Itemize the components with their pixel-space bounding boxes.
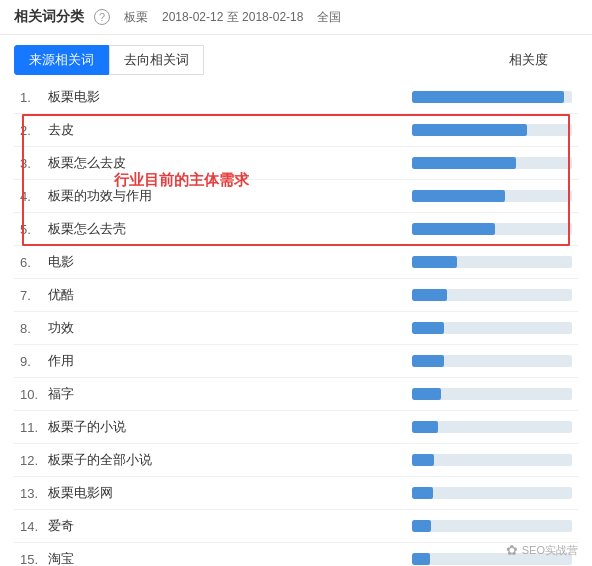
row-number: 8. [20,321,48,336]
row-keyword: 板栗怎么去壳 [48,220,412,238]
tab-target[interactable]: 去向相关词 [109,45,204,75]
row-keyword: 板栗电影网 [48,484,412,502]
bar-fill [412,355,444,367]
row-number: 7. [20,288,48,303]
bar-fill [412,487,433,499]
row-number: 3. [20,156,48,171]
watermark: ✿ SEO实战营 [506,542,578,558]
row-number: 4. [20,189,48,204]
bar-container [412,190,572,202]
row-keyword: 爱奇 [48,517,412,535]
table-row: 4.板栗的功效与作用 [14,180,578,213]
row-number: 12. [20,453,48,468]
watermark-text: SEO实战营 [522,543,578,558]
table-container: 1.板栗电影2.去皮3.板栗怎么去皮4.板栗的功效与作用5.板栗怎么去壳6.电影… [0,81,592,566]
bar-fill [412,289,447,301]
row-keyword: 福字 [48,385,412,403]
row-keyword: 板栗怎么去皮 [48,154,412,172]
row-keyword: 板栗子的全部小说 [48,451,412,469]
row-number: 11. [20,420,48,435]
bar-container [412,223,572,235]
bar-container [412,91,572,103]
help-icon[interactable]: ? [94,9,110,25]
bar-container [412,388,572,400]
page-title: 相关词分类 [14,8,84,26]
row-keyword: 去皮 [48,121,412,139]
bar-fill [412,553,430,565]
row-number: 9. [20,354,48,369]
bar-container [412,124,572,136]
bar-fill [412,124,527,136]
table-row: 14.爱奇 [14,510,578,543]
bar-fill [412,388,441,400]
row-number: 10. [20,387,48,402]
row-keyword: 淘宝 [48,550,412,566]
row-number: 2. [20,123,48,138]
row-number: 1. [20,90,48,105]
row-number: 6. [20,255,48,270]
table-row: 11.板栗子的小说 [14,411,578,444]
bar-fill [412,256,457,268]
row-keyword: 优酷 [48,286,412,304]
table-row: 2.去皮 [14,114,578,147]
table-row: 7.优酷 [14,279,578,312]
bar-container [412,289,572,301]
bar-fill [412,190,505,202]
bar-container [412,322,572,334]
table-row: 3.板栗怎么去皮 [14,147,578,180]
row-number: 14. [20,519,48,534]
bar-fill [412,223,495,235]
bar-container [412,256,572,268]
row-number: 5. [20,222,48,237]
row-keyword: 电影 [48,253,412,271]
table-row: 5.板栗怎么去壳 [14,213,578,246]
tab-source[interactable]: 来源相关词 [14,45,109,75]
bar-container [412,355,572,367]
bar-container [412,487,572,499]
row-number: 15. [20,552,48,566]
bar-fill [412,454,434,466]
table-row: 12.板栗子的全部小说 [14,444,578,477]
tabs-row: 来源相关词 去向相关词 相关度 [0,35,592,81]
header-keyword: 板栗 [124,9,148,26]
header: 相关词分类 ? 板栗 2018-02-12 至 2018-02-18 全国 [0,0,592,35]
table-row: 8.功效 [14,312,578,345]
table-row: 13.板栗电影网 [14,477,578,510]
header-date: 2018-02-12 至 2018-02-18 [162,9,303,26]
bar-container [412,157,572,169]
table-row: 1.板栗电影 [14,81,578,114]
bar-fill [412,520,431,532]
bar-fill [412,322,444,334]
table-row: 10.福字 [14,378,578,411]
bar-fill [412,157,516,169]
relevance-label: 相关度 [509,51,578,69]
bar-container [412,520,572,532]
table-row: 6.电影 [14,246,578,279]
bar-container [412,454,572,466]
table-row: 9.作用 [14,345,578,378]
rows-wrapper: 1.板栗电影2.去皮3.板栗怎么去皮4.板栗的功效与作用5.板栗怎么去壳6.电影… [14,81,578,566]
bar-fill [412,421,438,433]
table-row: 15.淘宝 [14,543,578,566]
row-number: 13. [20,486,48,501]
row-keyword: 作用 [48,352,412,370]
bar-container [412,421,572,433]
row-keyword: 板栗子的小说 [48,418,412,436]
bar-fill [412,91,564,103]
row-keyword: 板栗的功效与作用 [48,187,412,205]
row-keyword: 功效 [48,319,412,337]
watermark-icon: ✿ [506,542,518,558]
row-keyword: 板栗电影 [48,88,412,106]
header-region: 全国 [317,9,341,26]
